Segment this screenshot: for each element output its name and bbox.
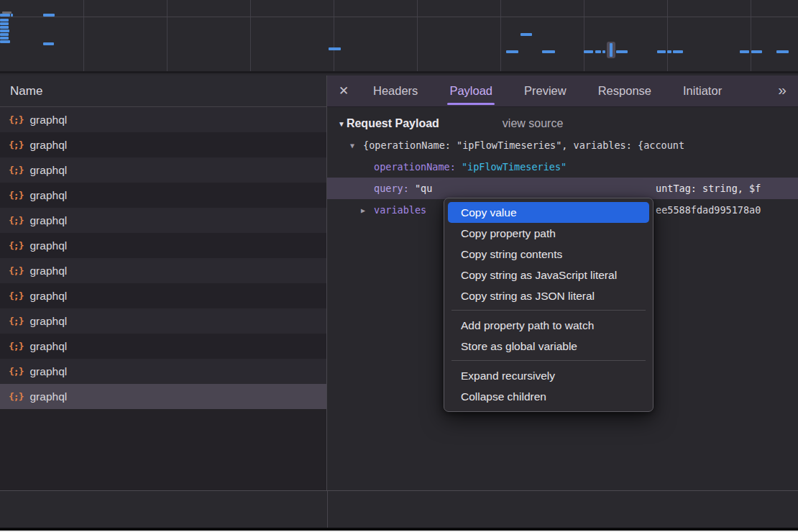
main-split: Name {;}graphql {;}graphql {;}graphql {;… bbox=[0, 75, 798, 490]
waterfall-bar bbox=[0, 33, 9, 36]
menu-item-collapse-children[interactable]: Collapse children bbox=[448, 386, 649, 407]
request-name: graphql bbox=[29, 214, 67, 227]
menu-item-copy-property-path[interactable]: Copy property path bbox=[448, 223, 649, 244]
json-braces-icon: {;} bbox=[9, 290, 23, 301]
menu-separator bbox=[451, 360, 646, 361]
detail-tabs: Headers Payload Preview Response Initiat… bbox=[373, 75, 771, 106]
tab-headers[interactable]: Headers bbox=[373, 75, 418, 106]
devtools-network-panel: Name {;}graphql {;}graphql {;}graphql {;… bbox=[0, 0, 798, 532]
section-title: Request Payload bbox=[347, 117, 439, 130]
selected-request-marker bbox=[607, 42, 615, 58]
waterfall-bar bbox=[542, 50, 555, 53]
request-name: graphql bbox=[29, 315, 67, 328]
property-value-string: "ipFlowTimeseries" bbox=[462, 161, 567, 173]
waterfall-bar bbox=[0, 40, 10, 43]
waterfall-bar bbox=[520, 33, 532, 36]
waterfall-bar bbox=[329, 47, 341, 50]
menu-separator bbox=[451, 310, 646, 311]
request-name: graphql bbox=[29, 390, 67, 403]
request-name: graphql bbox=[29, 365, 67, 378]
tab-payload[interactable]: Payload bbox=[449, 75, 492, 106]
json-braces-icon: {;} bbox=[9, 366, 23, 377]
request-row-selected[interactable]: {;}graphql bbox=[0, 384, 326, 409]
waterfall-bar bbox=[751, 50, 762, 53]
collapse-triangle-icon: ▼ bbox=[338, 120, 345, 128]
request-name: graphql bbox=[29, 340, 67, 353]
waterfall-bar bbox=[616, 50, 628, 53]
request-row[interactable]: {;}graphql bbox=[0, 233, 326, 258]
menu-item-add-property-path-to-watch[interactable]: Add property path to watch bbox=[448, 315, 649, 336]
json-braces-icon: {;} bbox=[9, 114, 23, 125]
waterfall-bar bbox=[43, 14, 55, 17]
network-overview-timeline[interactable] bbox=[0, 0, 798, 73]
column-header-name[interactable]: Name bbox=[0, 75, 326, 107]
waterfall-bar bbox=[0, 14, 10, 17]
json-braces-icon: {;} bbox=[9, 341, 23, 352]
waterfall-bar bbox=[602, 50, 605, 53]
tree-row-root[interactable]: ▼ {operationName: "ipFlowTimeseries", va… bbox=[327, 134, 798, 156]
json-braces-icon: {;} bbox=[9, 265, 23, 276]
property-key: operationName: bbox=[374, 161, 456, 173]
property-key: variables bbox=[374, 204, 426, 216]
property-value-right: ee5588fdad995178a0 bbox=[656, 204, 761, 216]
property-value-left: "qu bbox=[415, 183, 432, 194]
tree-row-query-selected[interactable]: query: "qu untTag: string, $f bbox=[327, 178, 798, 199]
menu-item-copy-string-js-literal[interactable]: Copy string as JavaScript literal bbox=[448, 265, 649, 285]
expand-triangle-icon: ▶ bbox=[361, 206, 365, 214]
request-row[interactable]: {;}graphql bbox=[0, 132, 326, 157]
waterfall-bar bbox=[740, 50, 749, 53]
json-braces-icon: {;} bbox=[9, 165, 23, 175]
json-braces-icon: {;} bbox=[9, 391, 23, 402]
view-source-link[interactable]: view source bbox=[503, 117, 563, 130]
waterfall-bar bbox=[657, 50, 666, 53]
menu-item-copy-string-contents[interactable]: Copy string contents bbox=[448, 244, 649, 265]
waterfall-bar bbox=[11, 14, 13, 17]
request-name: graphql bbox=[29, 114, 67, 127]
request-name: graphql bbox=[29, 239, 67, 252]
request-row[interactable]: {;}graphql bbox=[0, 183, 326, 208]
request-row[interactable]: {;}graphql bbox=[0, 208, 326, 233]
request-row[interactable]: {;}graphql bbox=[0, 334, 326, 359]
summary-footer bbox=[0, 490, 798, 528]
waterfall-bar bbox=[506, 50, 518, 53]
waterfall-bar bbox=[0, 26, 9, 29]
request-name: graphql bbox=[29, 265, 67, 278]
json-braces-icon: {;} bbox=[9, 240, 23, 251]
request-row[interactable]: {;}graphql bbox=[0, 107, 326, 132]
tree-row-operation-name[interactable]: operationName: "ipFlowTimeseries" bbox=[327, 156, 798, 178]
request-row[interactable]: {;}graphql bbox=[0, 359, 326, 384]
context-menu: Copy value Copy property path Copy strin… bbox=[444, 198, 653, 412]
request-payload-header[interactable]: ▼ Request Payload view source bbox=[327, 107, 798, 134]
panel-divider bbox=[327, 491, 328, 528]
json-braces-icon: {;} bbox=[9, 316, 23, 326]
tab-response[interactable]: Response bbox=[598, 75, 651, 106]
close-icon[interactable]: ✕ bbox=[327, 83, 360, 98]
request-row[interactable]: {;}graphql bbox=[0, 308, 326, 334]
request-row[interactable]: {;}graphql bbox=[0, 283, 326, 308]
request-name: graphql bbox=[29, 139, 67, 152]
waterfall-bar bbox=[673, 50, 683, 53]
tab-preview[interactable]: Preview bbox=[524, 75, 567, 106]
menu-item-copy-string-json-literal[interactable]: Copy string as JSON literal bbox=[448, 285, 649, 306]
expand-triangle-icon: ▼ bbox=[350, 142, 354, 150]
waterfall-bar bbox=[776, 50, 789, 53]
waterfall-bar bbox=[0, 37, 9, 40]
tab-initiator[interactable]: Initiator bbox=[683, 75, 722, 106]
json-braces-icon: {;} bbox=[9, 215, 23, 226]
menu-item-store-as-global-variable[interactable]: Store as global variable bbox=[448, 336, 649, 357]
json-braces-icon: {;} bbox=[9, 139, 23, 150]
waterfall-bar bbox=[43, 42, 54, 45]
property-key: query: bbox=[374, 183, 409, 194]
selected-request-tick bbox=[610, 43, 613, 57]
request-row[interactable]: {;}graphql bbox=[0, 258, 326, 283]
menu-item-copy-value[interactable]: Copy value bbox=[448, 202, 649, 223]
menu-item-expand-recursively[interactable]: Expand recursively bbox=[448, 365, 649, 386]
request-row[interactable]: {;}graphql bbox=[0, 157, 326, 183]
waterfall-bar bbox=[595, 50, 601, 53]
waterfall-bar bbox=[584, 50, 593, 53]
more-tabs-icon[interactable]: » bbox=[771, 81, 798, 101]
waterfall-bar bbox=[0, 29, 9, 32]
request-name: graphql bbox=[29, 189, 67, 202]
detail-tab-bar: ✕ Headers Payload Preview Response Initi… bbox=[327, 75, 798, 107]
waterfall-bar bbox=[0, 22, 9, 25]
